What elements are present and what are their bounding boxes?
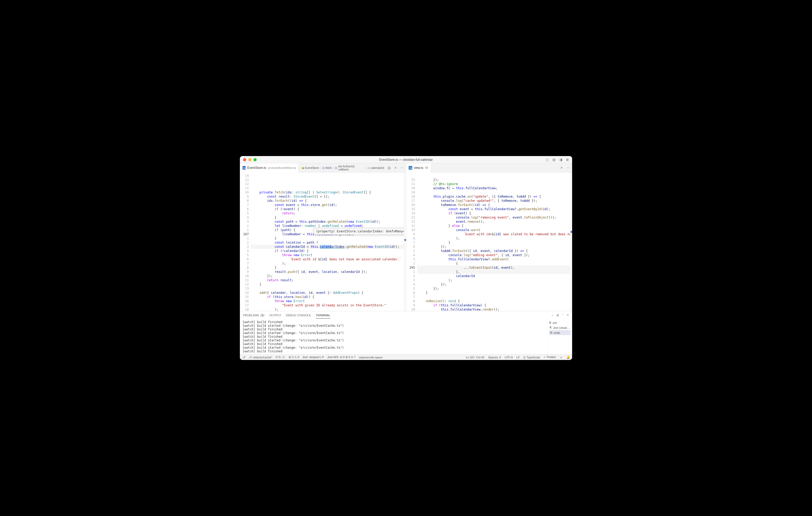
modified-indicator: M [425, 166, 428, 170]
layout-icon[interactable]: ⊞ [565, 158, 570, 162]
eol[interactable]: LF [516, 356, 520, 359]
output-tab[interactable]: OUTPUT [269, 312, 281, 318]
language-mode[interactable]: {} TypeScript [523, 356, 540, 359]
window-title: EventStore.ts — obsidian-full-calendar [379, 158, 433, 161]
right-tabgroup: view.ts M ✕ ⋯ [406, 163, 572, 172]
panel-actions: ＋ ▥ ⌃ ✕ [551, 313, 569, 317]
problems-tab[interactable]: PROBLEMS3 [243, 312, 265, 318]
terminal-item[interactable]: ⧉node [549, 330, 571, 335]
minimize-window-button[interactable] [248, 158, 252, 161]
left-minimap[interactable] [404, 173, 406, 311]
encoding[interactable]: UTF-8 [504, 356, 513, 359]
git-branch[interactable]: ⎇refactor/cache [249, 356, 272, 359]
tab-eventstore[interactable]: EventStore.ts src/core/EventStore.ts [240, 163, 298, 173]
tab-filename: view.ts [414, 166, 423, 170]
left-tabgroup: EventStore.ts src/core/EventStore.ts ›◆E… [240, 163, 406, 172]
indentation[interactable]: Spaces: 4 [488, 356, 501, 359]
traffic-lights [240, 158, 257, 161]
feedback-icon[interactable]: ☺ [560, 356, 563, 359]
terminal-item[interactable]: ⧉zsh [549, 320, 571, 325]
beaker-icon: ⚗ [549, 326, 552, 329]
tabbar: EventStore.ts src/core/EventStore.ts ›◆E… [240, 163, 572, 173]
notifications-icon[interactable]: 🔔 [567, 356, 570, 359]
vscode-window: EventStore.ts — obsidian-full-calendar ▢… [240, 156, 572, 360]
maximize-window-button[interactable] [254, 158, 257, 161]
bottom-panel: PROBLEMS3 OUTPUT DEBUG CONSOLE TERMINAL … [240, 311, 572, 354]
breadcrumb[interactable]: ›◆EventStore ›⊡fetch ›⊡ids.forEach() cal… [298, 165, 385, 171]
terminal-list: ⧉zsh ⚗Jest (obsid… ⧉node [547, 319, 572, 354]
panel-tabs: PROBLEMS3 OUTPUT DEBUG CONSOLE TERMINAL … [240, 311, 572, 319]
left-tab-actions: ▥ ✕ ⋯ [385, 166, 406, 170]
close-tab-icon[interactable]: ✕ [393, 166, 398, 170]
jest-status[interactable]: Jest: stopped | ⟳ [302, 356, 324, 359]
problems-status[interactable]: ⊗ 3 ⚠ 0 [289, 356, 299, 359]
left-code[interactable]: (property) EventStore.calendarIndex: One… [251, 173, 404, 311]
right-editor[interactable]: 2221201918171615141312111098765432295123… [406, 173, 572, 311]
close-panel-icon[interactable]: ✕ [567, 313, 569, 317]
new-terminal-icon[interactable]: ＋ [551, 313, 554, 317]
toggle-secondary-icon[interactable]: ◨ [558, 158, 563, 162]
terminal-output[interactable]: [watch] build finished [watch] build sta… [240, 319, 547, 354]
split-editor-icon[interactable]: ▥ [388, 166, 390, 170]
titlebar-actions: ▢ ▤ ◨ ⊞ [545, 158, 572, 162]
tab-path: src/core/EventStore.ts [268, 166, 296, 170]
jest-ws-status[interactable]: Jest-WS: ⊘ 0 ⊗ 0 ⊙ 7 [327, 356, 355, 359]
remote-indicator[interactable]: ⎇ [242, 356, 245, 359]
right-tab-actions: ✕ ⋯ [557, 166, 572, 170]
toggle-panel-icon[interactable]: ▤ [552, 158, 556, 162]
git-sync[interactable]: ⟳ 0↓ 1↑ [276, 356, 285, 359]
panel-body: [watch] build finished [watch] build sta… [240, 319, 572, 354]
toggle-sidebar-icon[interactable]: ▢ [545, 158, 549, 162]
editor-split: 1413121110987654321167123456789101112131… [240, 173, 572, 311]
right-gutter: 2221201918171615141312111098765432295123… [406, 173, 417, 311]
status-bar: ⎇ ⎇refactor/cache ⟳ 0↓ 1↑ ⊗ 3 ⚠ 0 Jest: … [240, 354, 572, 360]
left-gutter: 1413121110987654321167123456789101112131… [240, 173, 251, 311]
debug-console-tab[interactable]: DEBUG CONSOLE [286, 312, 311, 318]
left-editor[interactable]: 1413121110987654321167123456789101112131… [240, 173, 406, 311]
titlebar: EventStore.ts — obsidian-full-calendar ▢… [240, 156, 572, 163]
typescript-icon [242, 166, 245, 170]
shell-icon: ⧉ [549, 321, 551, 324]
typescript-icon [409, 166, 412, 170]
close-window-button[interactable] [243, 158, 246, 161]
maximize-panel-icon[interactable]: ⌃ [562, 313, 564, 317]
tab-filename: EventStore.ts [247, 166, 266, 170]
cursor-position[interactable]: Ln 167, Col 42 [466, 356, 485, 359]
close-tab-icon[interactable]: ✕ [559, 166, 564, 170]
split-terminal-icon[interactable]: ▥ [556, 313, 559, 317]
terminal-tab[interactable]: TERMINAL [316, 312, 330, 318]
terminal-item[interactable]: ⚗Jest (obsid… [549, 325, 571, 330]
prettier-status[interactable]: ✓ Prettier [544, 356, 556, 359]
more-icon[interactable]: ⋯ [401, 166, 404, 170]
right-code[interactable]: }); // @ts-ignore window.fc = this.fullC… [417, 173, 570, 311]
hover-tooltip: (property) EventStore.calendarIndex: One… [314, 228, 404, 235]
shell-icon: ⧉ [550, 331, 552, 334]
right-minimap[interactable] [570, 173, 572, 311]
tab-view[interactable]: view.ts M [406, 163, 431, 173]
vspacecode-status[interactable]: vspacecode.space [359, 356, 382, 359]
more-icon[interactable]: ⋯ [567, 166, 570, 170]
